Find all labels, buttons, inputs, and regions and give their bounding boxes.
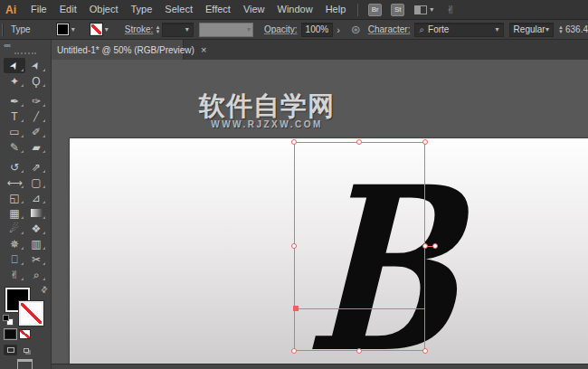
font-style-field[interactable]: Regular ▾ (509, 23, 554, 37)
selection-tool[interactable]: ➤ (4, 58, 25, 73)
menu-file[interactable]: File (24, 4, 53, 14)
artboard-tool[interactable]: ⎕ (4, 251, 25, 267)
watermark-title: 软件自学网 (199, 92, 335, 119)
workspace-layout-icon (414, 5, 427, 14)
shaper-tool[interactable]: ✎ (4, 139, 25, 155)
handle-middle-left[interactable] (291, 243, 297, 249)
direct-selection-icon: ➤ (30, 60, 43, 71)
shape-builder-icon: ◱ (9, 193, 19, 203)
shaper-icon: ✎ (10, 142, 19, 153)
menu-object[interactable]: Object (83, 4, 125, 14)
slice-tool[interactable]: ✂ (25, 251, 47, 267)
eyedropper-tool[interactable]: ☄ (4, 221, 25, 236)
lasso-tool[interactable]: Ϙ (25, 73, 47, 89)
width-profile-dropdown[interactable]: ▾ (199, 23, 253, 37)
chevron-down-icon: ▾ (430, 5, 433, 14)
handle-center-reference[interactable] (432, 243, 438, 249)
baseline-anchor-marker[interactable] (293, 306, 299, 311)
handle-top-center[interactable] (356, 139, 362, 145)
handle-top-right[interactable] (422, 139, 428, 145)
menu-divider (357, 4, 358, 16)
menu-edit[interactable]: Edit (53, 4, 83, 14)
fill-color-control[interactable]: ▾ (38, 23, 75, 36)
menu-type[interactable]: Type (125, 4, 159, 14)
stroke-label[interactable]: Stroke: (125, 24, 154, 34)
menu-select[interactable]: Select (158, 4, 199, 14)
touch-workspace-icon[interactable]: ✌ (446, 4, 455, 16)
draw-inside-button[interactable] (19, 345, 33, 355)
collapse-panel-button[interactable]: «« (0, 40, 51, 50)
direct-selection-tool[interactable]: ➤ (25, 58, 47, 73)
zoom-icon: ⌕ (33, 270, 40, 280)
chevron-down-icon: ▾ (105, 25, 109, 33)
workspace-switcher-button[interactable]: ▾ (414, 5, 433, 14)
bridge-button[interactable]: Br (368, 4, 382, 16)
curvature-tool[interactable]: ✑ (25, 93, 47, 109)
menu-effect[interactable]: Effect (199, 4, 237, 14)
gradient-tool[interactable] (25, 205, 47, 221)
font-family-field[interactable]: ⌕ Forte ▾ (414, 23, 503, 37)
menu-window[interactable]: Window (271, 4, 319, 14)
column-graph-tool[interactable]: ▥ (25, 236, 47, 251)
opacity-label[interactable]: Opacity: (264, 24, 298, 34)
opacity-flyout-button[interactable]: › (333, 24, 344, 35)
rotate-tool[interactable]: ↺ (4, 159, 25, 175)
eraser-tool[interactable]: ▰ (25, 139, 47, 155)
free-transform-tool[interactable]: ▢ (25, 175, 47, 190)
paintbrush-tool[interactable]: ✐ (25, 124, 47, 139)
magic-wand-tool[interactable]: ✦ (4, 73, 25, 89)
stock-button[interactable]: St (391, 4, 404, 16)
handle-middle-right[interactable] (422, 243, 428, 249)
paintbrush-icon: ✐ (32, 127, 41, 137)
artboard-icon: ⎕ (11, 254, 17, 265)
menu-help[interactable]: Help (319, 4, 353, 14)
handle-bottom-left[interactable] (291, 348, 297, 354)
scale-tool[interactable]: ⇗ (25, 159, 47, 175)
illustrator-logo-icon: Ai (5, 4, 16, 16)
line-segment-tool[interactable]: ╱ (25, 109, 47, 124)
stroke-weight-field[interactable]: ▾ (162, 23, 193, 37)
zoom-tool[interactable]: ⌕ (25, 267, 47, 282)
shape-builder-tool[interactable]: ◱ (4, 190, 25, 205)
free-transform-icon: ▢ (31, 177, 41, 188)
close-icon[interactable]: × (201, 45, 206, 54)
recolor-artwork-icon[interactable]: ⊛ (351, 23, 361, 36)
blend-tool[interactable]: ❖ (25, 221, 47, 236)
mesh-tool[interactable]: ▦ (4, 205, 25, 221)
panel-drag-grip[interactable] (14, 52, 36, 54)
perspective-grid-tool[interactable]: ⊿ (25, 190, 47, 205)
eraser-icon: ▰ (32, 142, 40, 153)
character-label[interactable]: Character: (368, 24, 411, 34)
hand-tool[interactable]: ✌ (4, 267, 25, 282)
stroke-weight-stepper[interactable]: ▲▼ (155, 25, 160, 34)
menu-view[interactable]: View (237, 4, 271, 14)
default-fill-stroke-icon[interactable] (3, 315, 14, 326)
symbol-sprayer-tool[interactable]: ✵ (4, 236, 25, 251)
draw-normal-button[interactable] (4, 345, 17, 355)
symbol-sprayer-icon: ✵ (10, 239, 19, 250)
document-tab-title: Untitled-1* @ 50% (RGB/Preview) (57, 45, 194, 55)
stroke-color-control[interactable]: ▾ (82, 23, 109, 36)
opacity-field[interactable]: 100% (301, 23, 334, 37)
handle-top-left[interactable] (291, 139, 297, 145)
chevron-down-icon: ▾ (496, 25, 499, 33)
font-size-value[interactable]: 636.4 (565, 24, 588, 34)
screen-mode-button[interactable] (17, 359, 33, 369)
type-tool[interactable]: T (4, 109, 25, 124)
rectangle-tool[interactable]: ▭ (4, 124, 25, 139)
handle-bottom-right[interactable] (422, 348, 428, 354)
swap-fill-stroke-icon[interactable]: ⇄ (39, 284, 50, 295)
pen-tool[interactable]: ✒ (4, 93, 25, 109)
color-button[interactable] (5, 329, 16, 339)
handle-bottom-center[interactable] (356, 348, 362, 354)
selection-icon: ➤ (8, 60, 21, 71)
text-baseline-line (294, 308, 425, 309)
drawing-modes-row (4, 345, 33, 355)
font-size-stepper[interactable]: ▲▼ (558, 25, 564, 34)
tools-panel: «« ➤➤✦Ϙ✒✑T╱▭✐✎▰↺⇗⟷▢◱⊿▦☄❖✵▥⎕✂✌⌕ ⇄ (0, 40, 52, 369)
stroke-color-swatch[interactable] (19, 301, 43, 326)
document-tab[interactable]: Untitled-1* @ 50% (RGB/Preview) × (52, 40, 184, 60)
none-button[interactable] (19, 329, 31, 339)
width-tool[interactable]: ⟷ (4, 175, 25, 190)
canvas-pasteboard[interactable]: 软件自学网 WWW.RJZXW.COM B (52, 60, 588, 369)
